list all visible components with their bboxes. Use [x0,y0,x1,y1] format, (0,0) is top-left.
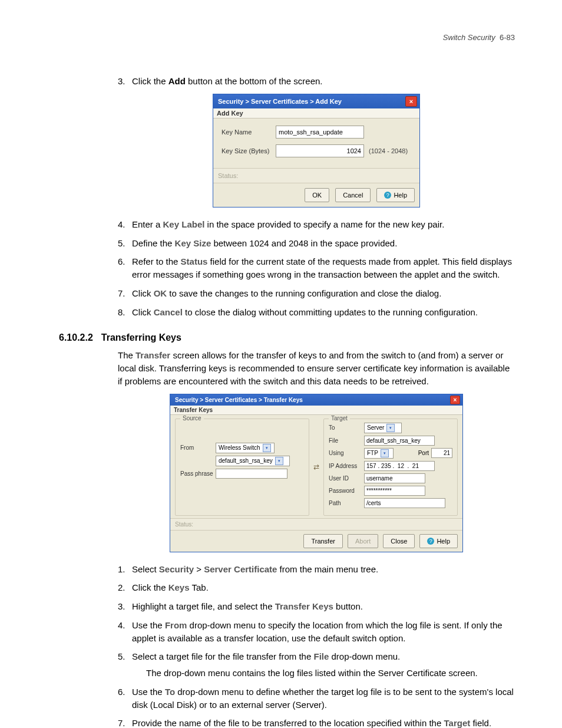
close-icon[interactable]: × [450,396,460,404]
step2-4: 4.Use the From drop-down menu to specify… [118,619,515,645]
to-label: To [329,424,364,431]
abort-button: Abort [348,534,378,548]
step-6: 6.Refer to the Status field for the curr… [118,255,515,281]
section-name: Switch Security [443,33,495,42]
port-field[interactable] [431,448,452,458]
step-3: 3.Click the Add button at the bottom of … [118,75,515,88]
add-key-dialog: Security > Server Certificates > Add Key… [213,94,420,207]
step2-5: 5.Select a target file for the file tran… [118,650,515,680]
userid-label: User ID [329,475,364,482]
path-label: Path [329,500,364,506]
step2-6: 6.Use the To drop-down menu to define wh… [118,686,515,711]
chevron-down-icon: ▾ [386,424,395,432]
status-label: Status: [170,518,462,531]
dialog-title: Security > Server Certificates > Transfe… [175,397,303,403]
step2-7: 7.Provide the name of the file to be tra… [118,717,515,728]
chevron-down-icon: ▾ [381,449,389,457]
using-select[interactable]: FTP▾ [364,448,394,459]
help-icon: ? [384,192,391,199]
page-header: Switch Security 6-83 [59,33,515,42]
step2-3: 3.Highlight a target file, and select th… [118,600,515,613]
transfer-keys-dialog: Security > Server Certificates > Transfe… [170,394,463,552]
password-field[interactable] [364,486,425,496]
dialog-subtitle: Transfer Keys [170,406,462,415]
target-legend: Target [329,415,350,421]
step-7: 7.Click OK to save the changes to the ru… [118,287,515,300]
passphrase-label: Pass phrase [180,470,216,477]
close-button[interactable]: Close [383,534,415,548]
cancel-button[interactable]: Cancel [335,188,371,202]
section-title: Transferring Keys [101,332,181,343]
path-field[interactable] [364,498,445,508]
passphrase-field[interactable] [216,469,287,479]
step2-5-note: The drop-down menu contains the log file… [146,667,515,680]
step-8: 8.Click Cancel to close the dialog witho… [118,306,515,319]
using-label: Using [329,450,364,456]
from-file-select[interactable]: default_ssh_rsa_key▾ [216,456,290,466]
key-name-label: Key Name [222,129,276,136]
from-label: From [180,444,216,451]
section-number: 6.10.2.2 [59,332,93,343]
key-size-hint: (1024 - 2048) [369,147,408,154]
port-label: Port [418,450,429,456]
from-select[interactable]: Wireless Switch▾ [216,443,275,453]
status-label: Status: [213,168,419,183]
ok-button[interactable]: OK [305,188,329,202]
help-icon: ? [427,538,434,545]
step2-1: 1.Select Security > Server Certificate f… [118,563,515,576]
page-number: 6-83 [500,33,515,42]
dialog-subtitle: Add Key [213,108,419,118]
key-size-label: Key Size (Bytes) [222,147,276,154]
step-5: 5.Define the Key Size between 1024 and 2… [118,237,515,250]
ip-label: IP Address [329,463,364,469]
dialog-title: Security > Server Certificates > Add Key [218,98,342,105]
file-label: File [329,437,364,444]
step2-2: 2.Click the Keys Tab. [118,581,515,594]
transfer-button[interactable]: Transfer [303,534,343,548]
close-icon[interactable]: × [405,96,417,107]
section-intro: The Transfer screen allows for the trans… [118,349,515,387]
chevron-down-icon: ▾ [275,457,283,465]
key-name-field[interactable] [276,126,364,139]
to-select[interactable]: Server▾ [364,423,402,433]
transfer-arrows-icon: ⇄ [309,463,323,471]
chevron-down-icon: ▾ [263,444,271,452]
help-button[interactable]: ?Help [376,188,415,202]
source-legend: Source [180,415,204,421]
step-4: 4.Enter a Key Label in the space provide… [118,218,515,231]
userid-field[interactable] [364,473,425,483]
help-button[interactable]: ?Help [419,534,458,548]
ip-field[interactable] [364,461,435,471]
password-label: Password [329,487,364,494]
key-size-field[interactable] [276,144,364,157]
file-field[interactable] [364,436,435,446]
